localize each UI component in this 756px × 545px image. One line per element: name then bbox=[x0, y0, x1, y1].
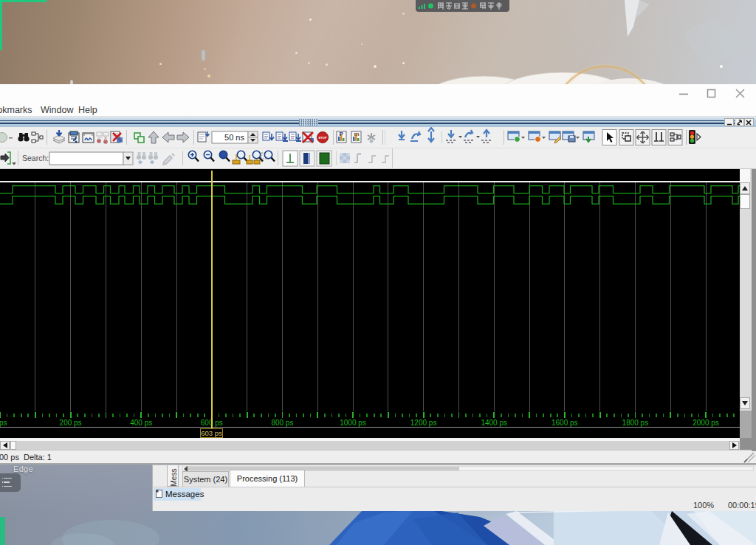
svg-text:1800 ps: 1800 ps bbox=[622, 419, 649, 427]
svg-text:50 ns: 50 ns bbox=[224, 133, 244, 142]
svg-text:603 ps: 603 ps bbox=[201, 429, 222, 437]
svg-text:STOP: STOP bbox=[318, 136, 327, 140]
svg-text:200 ps: 200 ps bbox=[60, 419, 82, 427]
svg-text:1200 ps: 1200 ps bbox=[410, 419, 437, 427]
svg-text:1000 ps: 1000 ps bbox=[340, 419, 366, 427]
svg-text:1400 ps: 1400 ps bbox=[481, 419, 507, 427]
svg-text:P: P bbox=[340, 131, 344, 137]
svg-text:m: m bbox=[354, 131, 360, 137]
svg-text:ps: ps bbox=[0, 419, 7, 427]
svg-text:2000 ps: 2000 ps bbox=[693, 419, 719, 427]
svg-text:400 ps: 400 ps bbox=[130, 419, 152, 427]
svg-text:800 ps: 800 ps bbox=[271, 419, 293, 427]
svg-text:1600 ps: 1600 ps bbox=[551, 419, 578, 427]
svg-text:Search:: Search: bbox=[22, 154, 49, 162]
